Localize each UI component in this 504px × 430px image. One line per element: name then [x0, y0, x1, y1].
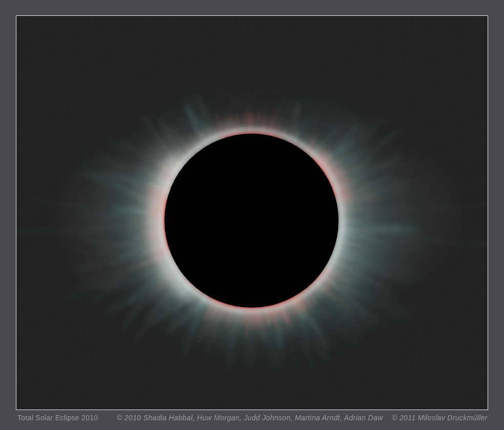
svg-text:© 2011 Miloslav Druckmüller: © 2011 Miloslav Druckmüller	[392, 414, 488, 422]
svg-text:© 2010 Shadia Habbal, Huw Morg: © 2010 Shadia Habbal, Huw Morgan, Judd J…	[117, 414, 383, 422]
svg-text:Total Solar Eclipse 2010: Total Solar Eclipse 2010	[17, 414, 98, 422]
